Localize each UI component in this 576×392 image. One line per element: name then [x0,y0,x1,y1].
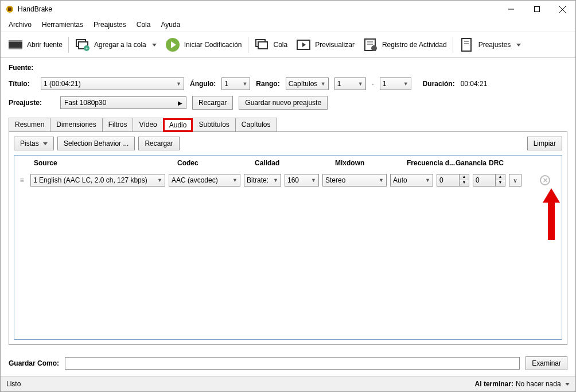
range-separator: - [372,80,374,88]
header-codec: Codec [177,159,255,167]
menu-help[interactable]: Ayuda [156,19,185,30]
presets-button[interactable]: Preajustes [457,36,524,54]
browse-button[interactable]: Examinar [526,356,567,370]
drag-handle-icon[interactable]: ≡ [17,176,27,184]
drc-up[interactable]: ▲ [496,174,505,180]
when-done-dropdown[interactable]: No hacer nada [516,380,570,388]
queue-icon [254,37,270,53]
duration-value: 00:04:21 [461,80,488,88]
track-drc-spinner[interactable]: ▲▼ [473,174,505,187]
menubar: Archivo Herramientas Preajustes Cola Ayu… [1,18,575,32]
range-to-select[interactable]: 1▼ [380,77,411,90]
svg-text:+: + [85,46,88,51]
range-to-value: 1 [383,80,387,88]
header-quality: Calidad [255,159,335,167]
preset-select[interactable]: Fast 1080p30 ▶ [60,96,186,109]
tab-audio[interactable]: Audio [163,118,193,132]
tab-filters[interactable]: Filtros [102,118,134,131]
track-samplerate-value: Auto [393,176,407,184]
track-samplerate-select[interactable]: Auto▼ [390,174,433,187]
svg-rect-1 [8,7,11,11]
clear-button[interactable]: Limpiar [527,137,562,150]
track-codec-select[interactable]: AAC (avcodec)▼ [169,174,240,187]
track-quality-mode-select[interactable]: Bitrate:▼ [244,174,281,187]
svg-rect-16 [258,42,267,49]
audio-track-grid: Source Codec Calidad Mixdown Frecuencia … [14,155,562,340]
queue-label: Cola [274,41,288,49]
tab-video[interactable]: Vídeo [133,118,163,131]
menu-queue[interactable]: Cola [132,19,155,30]
when-done-value: No hacer nada [516,380,561,388]
track-quality-mode-value: Bitrate: [247,176,268,184]
preset-value: Fast 1080p30 [64,99,106,107]
selection-behavior-button[interactable]: Selection Behavior ... [57,137,135,150]
open-source-label: Abrir fuente [27,41,63,49]
svg-marker-18 [302,42,306,47]
preset-reload-button[interactable]: Recargar [192,96,233,110]
title-select[interactable]: 1 (00:04:21) ▼ [41,77,184,90]
svg-point-22 [371,45,377,51]
svg-rect-8 [9,48,22,49]
range-type-select[interactable]: Capítulos▼ [286,77,329,90]
track-bitrate-select[interactable]: 160▼ [285,174,319,187]
range-label: Rango: [256,80,279,88]
titlebar: HandBrake [1,1,575,18]
range-from-select[interactable]: 1▼ [334,77,366,90]
track-expand-button[interactable]: v [509,174,521,187]
log-icon [363,37,379,53]
menu-presets[interactable]: Preajustes [89,19,131,30]
presets-label: Preajustes [478,41,511,49]
preview-icon [295,37,312,53]
header-samplerate: Frecuencia d... [407,159,456,167]
activity-log-button[interactable]: Registro de Actividad [360,36,449,54]
track-gain-spinner[interactable]: ▲▼ [437,174,469,187]
open-source-button[interactable]: Abrir fuente [5,36,65,54]
track-mixdown-value: Stereo [325,176,345,184]
track-mixdown-select[interactable]: Stereo▼ [322,174,387,187]
svg-rect-7 [9,40,22,42]
angle-select[interactable]: 1▼ [221,77,250,90]
preview-button[interactable]: Previsualizar [293,36,357,54]
range-from-value: 1 [337,80,341,88]
save-as-input[interactable] [65,357,520,370]
track-source-select[interactable]: 1 English (AAC LC, 2.0 ch, 127 kbps)▼ [30,174,165,187]
track-drc-input[interactable] [473,174,496,187]
menu-tools[interactable]: Herramientas [37,19,88,30]
tab-summary[interactable]: Resumen [9,118,50,131]
minimize-button[interactable] [498,1,524,18]
menu-file[interactable]: Archivo [4,19,36,30]
track-bitrate-value: 160 [287,176,299,184]
preset-save-new-button[interactable]: Guardar nuevo preajuste [239,96,328,110]
drc-down[interactable]: ▼ [496,180,505,186]
gain-up[interactable]: ▲ [460,174,469,180]
start-encode-button[interactable]: Iniciar Codificación [162,36,244,54]
title-label: Título: [9,80,35,88]
when-done-label: Al terminar: [475,380,513,388]
range-type-value: Capítulos [289,80,318,88]
add-queue-button[interactable]: + Agregar a la cola [72,36,159,54]
header-source: Source [34,159,177,167]
play-icon [165,37,181,53]
close-button[interactable] [550,1,575,18]
audio-track-row: ≡ 1 English (AAC LC, 2.0 ch, 127 kbps)▼ … [14,170,562,190]
angle-label: Ángulo: [190,80,216,88]
statusbar: Listo Al terminar: No hacer nada [1,376,575,391]
gain-down[interactable]: ▼ [460,180,469,186]
tab-chapters[interactable]: Capítulos [235,118,277,131]
track-gain-input[interactable] [437,174,460,187]
app-icon [5,5,14,14]
presets-dropdown[interactable] [514,41,521,49]
preview-label: Previsualizar [315,41,355,49]
audio-reload-button[interactable]: Recargar [138,137,179,150]
activity-log-label: Registro de Actividad [382,41,447,49]
add-queue-dropdown[interactable] [150,41,157,49]
queue-button[interactable]: Cola [252,36,290,54]
header-gain: Ganancia [456,159,489,167]
svg-rect-23 [462,38,471,51]
tracks-dropdown-button[interactable]: Pistas [14,137,54,150]
tab-dimensions[interactable]: Dimensiones [50,118,102,131]
tab-subtitles[interactable]: Subtítulos [192,118,235,131]
track-remove-button[interactable]: ✕ [540,175,550,185]
preset-label: Preajuste: [9,99,55,107]
maximize-button[interactable] [524,1,550,18]
